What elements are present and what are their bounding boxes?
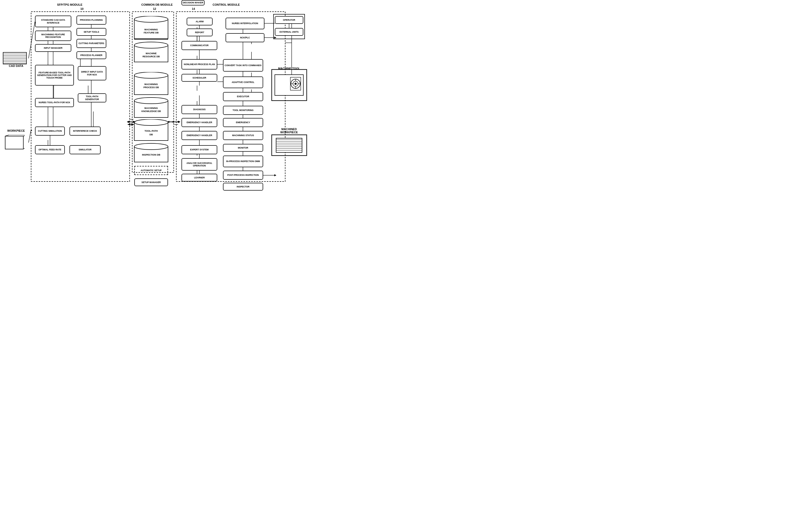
ref-num-10: 10 (80, 7, 84, 10)
expert-system-box: EXPERT SYSTEM (181, 145, 217, 154)
svg-marker-140 (274, 174, 277, 176)
emergency-handler2-box: EMERGENCY HANDLER (181, 131, 217, 140)
external-units-box: EXTERNAL UNITS (275, 28, 303, 36)
nurbs-toolpath-box: NURBS TOOL-PATH FOR NCK (35, 98, 74, 107)
common-db-cylinders2: MACHINING PROCESS DB MACHINING KNOWLEDGE… (134, 72, 169, 119)
executor-box: EXECUTOR (223, 92, 263, 101)
emergency-box: EMERGENCY (223, 118, 263, 127)
nurbs-interpolation-box: NURBS INTERPOLATION (226, 18, 264, 29)
svg-point-65 (134, 97, 168, 104)
machining-feature-recog-box: MACHINING FEATURE RECOGNITION (35, 31, 71, 41)
direct-input-box: DIRECT INPUT DATA FOR NCK (78, 66, 106, 80)
standard-cad-box: STANDARD CAD DATA INTERFACE (35, 16, 71, 27)
cad-data-drawing (3, 52, 27, 65)
svg-text:MACHINING: MACHINING (144, 107, 158, 109)
setup-tools-box: SETUP TOOLS (77, 28, 106, 36)
setup-manager-box: SETUP MANAGER (134, 178, 168, 186)
svg-point-61 (134, 72, 168, 78)
scheduler-box: SCHEDULER (181, 74, 217, 82)
diagnosis-box: DIAGNOSIS (181, 105, 217, 114)
svg-rect-45 (5, 136, 23, 149)
svg-text:KNOWLEDGE DB: KNOWLEDGE DB (142, 110, 161, 113)
svg-text:MACHINE: MACHINE (146, 52, 156, 55)
svg-marker-33 (127, 121, 129, 123)
decision-maker-box: DECISION MAKER (181, 0, 205, 5)
control-module-label: CONTROL MODULE (212, 3, 240, 6)
svg-text:FEATURE DB: FEATURE DB (144, 31, 159, 34)
svg-line-92 (29, 22, 35, 58)
machine-tool-label: MACHINE TOOL (275, 67, 303, 70)
svg-text:INSPECTION DB: INSPECTION DB (142, 153, 161, 156)
workpiece-label: WORKPIECE (6, 129, 26, 132)
automatic-setup-box: AUTOMATIC SETUP (134, 166, 168, 175)
analyze-successful-box: ANALYZE SUCCESSFUL OPERATION (181, 158, 217, 171)
feature-based-box: FEATURE-BASED TOOL-PATH GENERATION FOR C… (35, 65, 74, 86)
machine-tool-drawing (273, 72, 304, 98)
emergency-handler1-box: EMERGENCY HANDLER (181, 118, 217, 127)
inspector-box: INSPECTOR (223, 183, 263, 191)
svg-marker-35 (178, 121, 180, 123)
monitor-box: MONITOR (223, 144, 263, 152)
interference-check-box: INTERFERECE CHECK (69, 126, 100, 136)
machined-workpiece-label: MACHINED WORKPIECE (275, 128, 303, 134)
ref-num-12: 12 (153, 7, 156, 10)
svg-text:PROCESS DB: PROCESS DB (143, 86, 159, 89)
communicator-box: COMMUNICATOR (181, 41, 217, 50)
svg-text:MACHINING: MACHINING (144, 83, 158, 86)
cutting-simulation-box: CUTTING SIMULATION (35, 126, 65, 136)
common-db-cylinders3: TOOL-PATH DB INSPECTION DB (134, 119, 169, 163)
cutting-parameters-box: CUTTING PARAMETERS (77, 39, 106, 48)
svg-marker-36 (172, 121, 174, 123)
svg-rect-37 (3, 52, 26, 64)
svg-marker-108 (127, 121, 129, 123)
svg-marker-110 (178, 121, 180, 123)
svg-point-69 (134, 119, 168, 125)
svg-line-141 (29, 130, 31, 143)
process-planning-box: PROCESS PLANNING (77, 16, 106, 25)
in-process-box: IN-PROCESS INSPECTION OMM (223, 155, 263, 167)
svg-point-79 (294, 83, 297, 85)
common-db-module-label: COMMON DB MODULE (141, 3, 173, 6)
process-planner-box: PROCESS PLANNER (77, 51, 106, 59)
svg-text:DB: DB (150, 133, 153, 136)
report-box: REPORT (187, 29, 212, 36)
nonlinear-process-box: NONLINEAR PROCESS PLAN (181, 59, 217, 69)
machining-status-box: MACHINING STATUS (223, 131, 263, 140)
operator-box: OPERATOR (275, 16, 303, 24)
simulator-box: SIMULATOR (69, 145, 100, 154)
post-process-box: POST-PROCESS INSPECTION (223, 171, 263, 180)
toolpath-generator-box: TOOL-PATH GENERATOR (78, 93, 106, 103)
ref-num-14: 14 (192, 7, 195, 10)
workpiece-drawing (4, 135, 25, 150)
input-manager-box: INPUT MANAGER (35, 44, 71, 52)
nck-plc-box: NCK/PLC (226, 33, 264, 42)
adaptive-control-box: ADAPTIVE CONTROL (223, 77, 263, 88)
optimal-feed-box: OPTIMAL FEED RATE (35, 145, 65, 154)
convert-task-box: CONVERT TASK INTO COMMANDS (223, 59, 263, 72)
svg-marker-136 (274, 36, 277, 39)
main-diagram: SFP/TPG MODULE COMMON DB MODULE CONTROL … (0, 0, 311, 197)
tool-monitoring-box: TOOL MONITORING (223, 106, 263, 115)
svg-text:TOOL-PATH: TOOL-PATH (145, 130, 158, 132)
learner-box: LEARNER (181, 174, 217, 181)
svg-marker-142 (31, 129, 32, 131)
svg-text:MACHINING: MACHINING (144, 28, 158, 31)
common-db-cylinders: MACHINING FEATURE DB MACHINE RESOURCE DB (134, 16, 169, 72)
machined-workpiece-drawing (275, 137, 303, 154)
svg-point-53 (134, 16, 168, 22)
sfp-tpg-module-label: SFP/TPG MODULE (57, 3, 82, 6)
svg-text:RESOURCE DB: RESOURCE DB (143, 55, 160, 58)
svg-point-57 (134, 42, 168, 48)
alarm-box: ALARM (187, 18, 212, 25)
svg-point-73 (134, 143, 168, 150)
